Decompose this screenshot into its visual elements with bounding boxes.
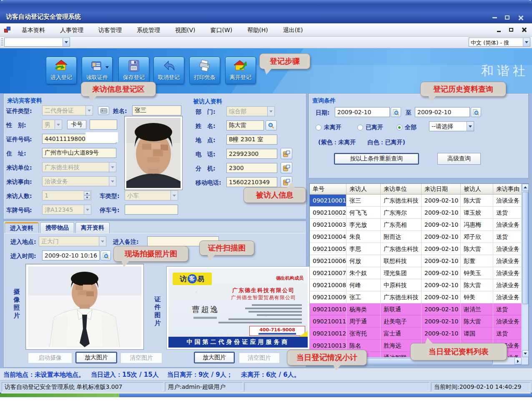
table-cell[interactable]: 何峰 xyxy=(346,279,381,291)
minimize-icon[interactable] xyxy=(489,13,499,22)
table-cell[interactable]: 送货 xyxy=(493,328,522,340)
table-cell[interactable]: 2009-02-10 xyxy=(422,291,461,303)
table-row[interactable]: 090210009张工广东德生科技2009-02-10钟美洽谈业务 xyxy=(310,291,522,303)
table-cell[interactable]: 090210008 xyxy=(310,279,346,291)
clear-photo-button[interactable]: 清空图片 xyxy=(120,353,162,363)
vertical-scroll-thumb[interactable] xyxy=(522,192,528,304)
table-cell[interactable]: 赴美电子 xyxy=(381,315,422,328)
tab-leave-info[interactable]: 离开资料 xyxy=(75,222,110,233)
column-header[interactable]: 来访单位 xyxy=(381,184,422,194)
table-cell[interactable]: 何飞飞 xyxy=(346,207,381,219)
restore-icon[interactable] xyxy=(502,13,512,22)
chevron-down-icon[interactable] xyxy=(523,38,530,46)
table-cell[interactable]: 2009-02-10 xyxy=(422,279,461,291)
leave-register-button[interactable]: 离开登记 xyxy=(225,57,256,84)
table-cell[interactable]: 钟美 xyxy=(461,291,493,303)
table-cell[interactable]: 联想科技 xyxy=(381,255,422,267)
company-select[interactable]: 广东德生科技 xyxy=(42,162,116,172)
visitor-count-stepper[interactable]: 1 xyxy=(42,190,91,200)
clear-card-button[interactable]: 清空图片 xyxy=(239,353,280,363)
advanced-query-button[interactable]: 高级查询 xyxy=(437,153,481,165)
mobile-field[interactable] xyxy=(226,177,277,187)
chevron-down-icon[interactable] xyxy=(99,237,106,246)
chevron-down-icon[interactable] xyxy=(109,163,116,172)
notify-phone-button[interactable] xyxy=(281,148,292,159)
tab-carried-items[interactable]: 携带物品 xyxy=(40,222,74,233)
table-cell[interactable]: 李光放 xyxy=(346,219,381,231)
plate-select[interactable]: 津A12345 xyxy=(42,205,91,215)
zoom-photo-button[interactable]: 放大图片 xyxy=(75,352,117,363)
table-cell[interactable]: 2009-02-10 xyxy=(422,243,461,255)
table-cell[interactable]: 2009-02-10 xyxy=(422,207,461,219)
table-cell[interactable]: 洽谈业务 xyxy=(493,255,522,267)
table-cell[interactable]: 送货 xyxy=(493,303,522,315)
table-cell[interactable]: 杨海类 xyxy=(346,303,381,315)
chevron-down-icon[interactable] xyxy=(84,205,91,214)
menu-item[interactable]: 系统管理 xyxy=(129,23,168,37)
table-cell[interactable]: 陈大雷 xyxy=(461,243,493,255)
table-cell[interactable]: 送货 xyxy=(493,231,522,243)
language-combo[interactable]: 中文 (简体) - 搜 xyxy=(469,38,530,47)
menu-item[interactable]: 窗口(W) xyxy=(203,23,240,37)
table-row[interactable]: 090210006何放联想科技2009-02-10彭萱洽谈业务 xyxy=(310,255,522,267)
table-cell[interactable]: 090210005 xyxy=(310,243,346,255)
column-header[interactable]: 来访事由 xyxy=(493,184,522,194)
requery-button[interactable]: 按以上条件重新查询 xyxy=(334,153,419,165)
toolbar-grip[interactable] xyxy=(1,38,3,47)
mdi-close-icon[interactable] xyxy=(519,26,528,33)
cancel-register-button[interactable]: 取消登记 xyxy=(153,57,184,84)
radio-not-left[interactable]: 未离开 xyxy=(316,124,341,131)
menu-item[interactable]: 人事管理 xyxy=(53,23,91,37)
date-from-picker-button[interactable] xyxy=(391,107,401,117)
chevron-down-icon[interactable] xyxy=(267,107,274,116)
table-cell[interactable]: 彭萱 xyxy=(461,255,493,267)
table-cell[interactable]: 090210002 xyxy=(310,207,346,219)
table-cell[interactable]: 2009-02-10 xyxy=(422,315,461,328)
table-cell[interactable]: 钟美玉 xyxy=(461,267,493,279)
table-cell[interactable]: 周于通 xyxy=(346,315,381,328)
scroll-right-icon[interactable] xyxy=(514,358,522,365)
visitor-name-field[interactable] xyxy=(132,105,181,115)
chevron-down-icon[interactable] xyxy=(85,106,93,115)
card-number-field[interactable] xyxy=(90,120,117,130)
table-cell[interactable]: 朱个奴 xyxy=(346,267,381,279)
table-row[interactable]: 090210012张寄托富士通2009-02-10谭国送货 xyxy=(310,328,522,340)
dept-select[interactable]: 综合部 xyxy=(226,106,275,116)
table-cell[interactable]: 090210003 xyxy=(310,219,346,231)
start-camera-button[interactable]: 启动摄像 xyxy=(28,353,72,363)
table-cell[interactable]: 090210001 xyxy=(310,195,346,207)
search-person-button[interactable] xyxy=(266,120,277,130)
table-cell[interactable]: 2009-02-10 xyxy=(422,195,461,207)
id-type-select[interactable]: 二代身份证 xyxy=(42,105,93,115)
table-cell[interactable]: 陈大雷 xyxy=(461,315,493,328)
address-field[interactable] xyxy=(42,148,116,158)
table-cell[interactable]: 广东德生科技 xyxy=(381,195,422,207)
table-cell[interactable]: 广东海尔 xyxy=(381,207,422,219)
quick-combo[interactable] xyxy=(4,38,70,47)
menu-item[interactable]: 帮助(H) xyxy=(240,23,275,37)
mdi-restore-icon[interactable] xyxy=(507,26,515,33)
radio-all[interactable]: 全部 xyxy=(396,124,417,131)
table-cell[interactable]: 洽谈业务 xyxy=(493,219,522,231)
table-cell[interactable]: 陈大雷 xyxy=(461,279,493,291)
enter-register-button[interactable]: 进入登记 xyxy=(46,57,77,84)
table-cell[interactable]: 富士通 xyxy=(381,328,422,340)
table-cell[interactable]: 谢清兰 xyxy=(461,303,493,315)
table-cell[interactable]: 090210012 xyxy=(310,328,346,340)
column-header[interactable]: 来访人 xyxy=(346,184,381,194)
print-slip-button[interactable]: 打印凭条 xyxy=(189,57,220,84)
tab-entry-info[interactable]: 进入资料 xyxy=(5,222,39,233)
radio-left[interactable]: 已离开 xyxy=(357,124,383,131)
gender-select[interactable]: 男 xyxy=(42,120,62,130)
table-cell[interactable]: 张三 xyxy=(346,195,381,207)
table-cell[interactable]: 新联通 xyxy=(381,303,422,315)
table-cell[interactable]: 广东德生科技 xyxy=(381,243,422,255)
table-row[interactable]: 090210007朱个奴理光集团2009-02-10钟美玉洽谈业务 xyxy=(310,267,522,279)
entry-time-picker-button[interactable] xyxy=(100,250,111,260)
close-icon[interactable] xyxy=(515,13,525,22)
date-to-picker-button[interactable] xyxy=(471,107,481,117)
table-cell[interactable]: 广东亮相 xyxy=(381,219,422,231)
column-header[interactable]: 来访日期 xyxy=(422,184,461,194)
table-cell[interactable]: 090210009 xyxy=(310,291,346,303)
table-cell[interactable]: 2009-02-10 xyxy=(422,303,461,315)
